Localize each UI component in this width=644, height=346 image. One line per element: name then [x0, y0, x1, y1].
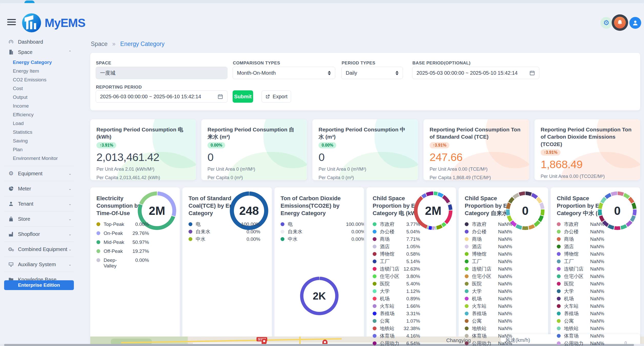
sidebar-subitem-plan[interactable]: Plan — [13, 145, 78, 154]
sidebar-subitem-energy-category[interactable]: Energy Category — [13, 58, 78, 67]
hamburger-menu-icon[interactable] — [7, 19, 16, 26]
legend-item-8[interactable]: 医院NaN% — [557, 281, 604, 287]
sidebar-subitem-environment-monitor[interactable]: Environment Monitor — [13, 154, 78, 163]
legend-item-6[interactable]: 连锁门店NaN% — [465, 266, 512, 272]
legend-item-1[interactable]: 自来水0.00% — [189, 229, 260, 235]
legend-item-14[interactable]: 地铁站NaN% — [465, 326, 512, 331]
comparison-types-select[interactable]: Month-On-Month — [233, 67, 335, 79]
breadcrumb-parent-link[interactable]: Space — [91, 41, 107, 47]
legend-item-1[interactable]: 办公楼NaN% — [557, 229, 604, 235]
sidebar-subitem-co2-emissions[interactable]: CO2 Emissions — [13, 75, 78, 84]
base-period-input[interactable]: 2025-05-03 00:00:00 ~ 2025-05-10 15:42:1… — [412, 67, 539, 79]
legend-item-13[interactable]: 公寓1.07% — [373, 318, 420, 324]
legend-item-16[interactable]: 公用动力NaN% — [557, 341, 604, 346]
legend-item-0[interactable]: 市政府NaN% — [465, 222, 512, 227]
legend-item-11[interactable]: 火车站NaN% — [465, 303, 512, 309]
legend-item-10[interactable]: 机场NaN% — [557, 296, 604, 302]
legend-item-4[interactable]: 博物馆NaN% — [557, 251, 604, 257]
brand-logo[interactable]: MyEMS — [22, 13, 85, 32]
legend-item-14[interactable]: 地铁站32.38% — [373, 326, 420, 331]
sidebar-item-store[interactable]: Store⌄ — [8, 215, 78, 223]
period-types-select[interactable]: Daily — [341, 67, 403, 79]
legend-item-5[interactable]: 工厂NaN% — [557, 259, 604, 264]
breadcrumb-current-link[interactable]: Energy Category — [120, 41, 165, 47]
legend-item-2[interactable]: Mid-Peak50.97% — [96, 239, 149, 245]
sidebar-item-dashboard[interactable]: Dashboard — [8, 37, 78, 46]
sidebar-subitem-load[interactable]: Load — [13, 119, 78, 128]
legend-item-9[interactable]: 大学NaN% — [465, 289, 512, 294]
legend-item-16[interactable]: 公用动力6.54% — [373, 341, 420, 346]
legend-item-4[interactable]: 博物馆NaN% — [465, 251, 512, 257]
legend-item-7[interactable]: 住宅小区3.80% — [373, 274, 420, 279]
legend-item-12[interactable]: 养殖场NaN% — [557, 311, 604, 316]
legend-item-1[interactable]: 办公楼NaN% — [465, 229, 512, 235]
legend-item-13[interactable]: 公寓NaN% — [465, 318, 512, 324]
legend-item-10[interactable]: 机场0.89% — [373, 296, 420, 302]
space-input[interactable]: 一度城 — [96, 67, 227, 79]
sidebar-subitem-income[interactable]: Income — [13, 102, 78, 110]
legend-item-14[interactable]: 地铁站NaN% — [557, 326, 604, 331]
legend-item-10[interactable]: 机场NaN% — [465, 296, 512, 302]
legend-item-1[interactable]: On-Peak29.76% — [96, 230, 149, 236]
legend-item-2[interactable]: 中水0.00% — [189, 236, 260, 242]
sidebar-subitem-energy-item[interactable]: Energy Item — [13, 67, 78, 75]
legend-item-0[interactable]: 市政府3.77% — [373, 222, 420, 227]
sidebar-subitem-statistics[interactable]: Statistics — [13, 128, 78, 137]
legend-item-0[interactable]: 电100.00% — [189, 222, 260, 227]
sidebar-subitem-cost[interactable]: Cost — [13, 84, 78, 93]
legend-item-2[interactable]: 商场7.71% — [373, 236, 420, 242]
legend-item-15[interactable]: 体育场NaN% — [557, 333, 604, 339]
notifications-bell-button[interactable] — [612, 14, 628, 31]
legend-item-0[interactable]: Top-Peak0.00% — [96, 222, 149, 227]
sidebar-item-combined-equipment[interactable]: ⚙⚙Combined Equipment⌄ — [8, 245, 78, 254]
legend-item-15[interactable]: 体育场4.16% — [373, 333, 420, 339]
sidebar-subitem-saving[interactable]: Saving — [13, 137, 78, 145]
legend-item-2[interactable]: 商场NaN% — [557, 236, 604, 242]
legend-item-11[interactable]: 火车站NaN% — [557, 303, 604, 309]
legend-item-6[interactable]: 连锁门店NaN% — [557, 266, 604, 272]
legend-item-12[interactable]: 养殖场3.31% — [373, 311, 420, 316]
legend-item-7[interactable]: 住宅小区NaN% — [465, 274, 512, 279]
legend-item-0[interactable]: 电100.00% — [281, 222, 364, 227]
settings-gear-icon[interactable]: ⚙ — [600, 17, 612, 29]
legend-item-16[interactable]: 公用动力NaN% — [465, 341, 512, 346]
legend-item-1[interactable]: 办公楼5.04% — [373, 229, 420, 235]
reporting-period-input[interactable]: 2025-06-03 00:00:00 ~ 2025-06-10 15:42:1… — [96, 90, 227, 103]
legend-item-4[interactable]: 博物馆0.58% — [373, 251, 420, 257]
legend-item-4[interactable]: Deep-Valley0.00% — [96, 257, 149, 269]
export-button[interactable]: Export — [262, 90, 291, 103]
sidebar-item-tenant[interactable]: Tenant⌄ — [8, 199, 78, 208]
sidebar-item-equipment[interactable]: ⚙Equipment⌄ — [8, 169, 78, 178]
sidebar-subitem-efficiency[interactable]: Efficiency — [13, 110, 78, 119]
sidebar-item-shopfloor[interactable]: Shopfloor⌄ — [8, 230, 78, 238]
legend-value: 3.31% — [406, 311, 420, 316]
legend-item-8[interactable]: 医院5.40% — [373, 281, 420, 287]
horizontal-scrollbar-thumb[interactable] — [4, 344, 634, 346]
legend-item-15[interactable]: 体育场NaN% — [465, 333, 512, 339]
legend-item-2[interactable]: 中水0.00% — [281, 236, 364, 242]
legend-item-1[interactable]: 自来水0.00% — [281, 229, 364, 235]
legend-item-8[interactable]: 医院NaN% — [465, 281, 512, 287]
legend-item-5[interactable]: 工厂NaN% — [465, 259, 512, 264]
enterprise-edition-button[interactable]: Enterprise Edition — [4, 280, 74, 290]
legend-item-11[interactable]: 火车站1.66% — [373, 303, 420, 309]
legend-item-0[interactable]: 市政府NaN% — [557, 222, 604, 227]
sidebar-subitem-output[interactable]: Output — [13, 93, 78, 102]
sidebar-item-auxiliary-system[interactable]: Auxiliary System⌄ — [8, 260, 78, 269]
legend-item-3[interactable]: 酒店NaN% — [557, 244, 604, 249]
legend-item-13[interactable]: 公寓NaN% — [557, 318, 604, 324]
sidebar-item-meter[interactable]: Meter⌄ — [8, 184, 78, 193]
legend-item-3[interactable]: Off-Peak19.27% — [96, 248, 149, 254]
legend-item-5[interactable]: 工厂5.14% — [373, 259, 420, 264]
legend-item-3[interactable]: 酒店1.05% — [373, 244, 420, 249]
legend-item-9[interactable]: 大学NaN% — [557, 289, 604, 294]
legend-item-12[interactable]: 养殖场NaN% — [465, 311, 512, 316]
submit-button[interactable]: Submit — [233, 90, 253, 103]
legend-item-3[interactable]: 酒店NaN% — [465, 244, 512, 249]
legend-item-2[interactable]: 商场NaN% — [465, 236, 512, 242]
legend-item-6[interactable]: 连锁门店12.63% — [373, 266, 420, 272]
legend-item-7[interactable]: 住宅小区NaN% — [557, 274, 604, 279]
user-avatar-icon[interactable] — [629, 17, 641, 29]
legend-item-9[interactable]: 大学1.12% — [373, 289, 420, 294]
sidebar-item-space[interactable]: Space⌃ — [8, 48, 78, 56]
